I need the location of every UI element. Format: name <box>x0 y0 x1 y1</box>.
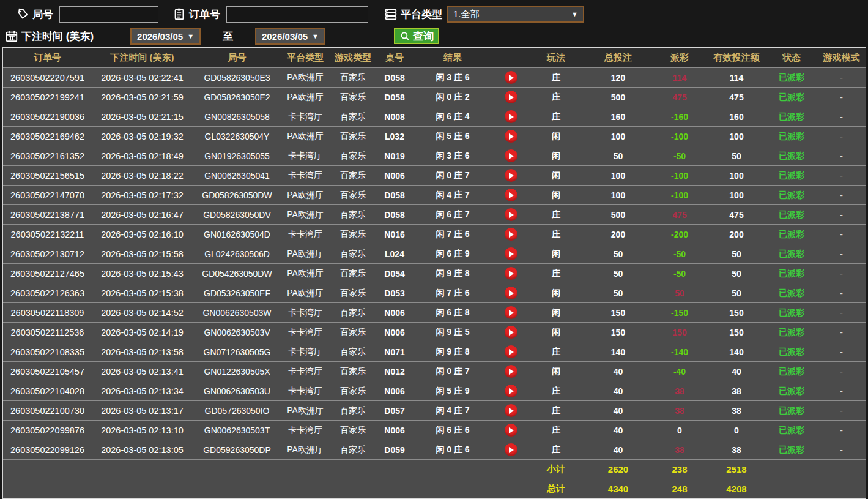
play-icon[interactable] <box>505 91 517 103</box>
table-row: 2603050221900362026-03-05 02:21:15GN0082… <box>3 107 866 127</box>
total-row-valid: 4208 <box>707 479 766 499</box>
table-row: 2603050222075912026-03-05 02:22:41GD0582… <box>3 68 866 88</box>
cell-valid: 160 <box>707 107 766 127</box>
round-number-input[interactable] <box>59 6 158 23</box>
play-icon[interactable] <box>505 404 517 417</box>
play-icon[interactable] <box>505 345 517 358</box>
order-number-input[interactable] <box>226 6 368 23</box>
cell-table: L024 <box>377 244 412 264</box>
cell-status: 已派彩 <box>766 225 817 244</box>
cell-time: 2026-03-05 02:14:52 <box>92 303 193 323</box>
play-icon[interactable] <box>505 326 517 339</box>
bet-records-table: 订单号下注时间 (美东)局号平台类型游戏类型桌号结果玩法总投注派彩有效投注额状态… <box>2 47 866 499</box>
cell-time: 2026-03-05 02:21:15 <box>92 107 193 127</box>
cell-payout: 114 <box>653 68 707 88</box>
cell-game: 百家乐 <box>329 68 377 88</box>
play-icon[interactable] <box>505 169 517 182</box>
cell-round: GN0062630503W <box>193 303 281 323</box>
play-icon[interactable] <box>505 424 517 437</box>
cell-payout: -50 <box>653 264 707 283</box>
platform-type-select[interactable]: 1.全部 ▼ <box>447 6 584 23</box>
cell-bet: 50 <box>584 244 653 264</box>
column-header: 订单号 <box>3 48 92 68</box>
date-to-picker[interactable]: 2026/03/05 ▼ <box>255 28 325 45</box>
subtotal-row-empty-cell <box>493 460 529 479</box>
cell-valid: 200 <box>707 225 766 244</box>
magnifier-icon <box>399 31 410 42</box>
table-row: 2603050221565152026-03-05 02:18:22GN0062… <box>3 166 866 186</box>
column-header: 玩法 <box>529 48 584 68</box>
play-icon[interactable] <box>505 208 517 221</box>
cell-time: 2026-03-05 02:18:49 <box>92 146 193 166</box>
play-icon[interactable] <box>505 287 517 299</box>
play-icon[interactable] <box>505 71 517 84</box>
table-row: 2603050220998762026-03-05 02:13:10GN0062… <box>3 421 866 440</box>
cell-side: 庄 <box>529 264 584 283</box>
cell-platform: 卡卡湾厅 <box>281 362 329 381</box>
cell-play <box>493 88 529 107</box>
cell-round: GN0122630505X <box>193 362 281 381</box>
cell-play <box>493 205 529 225</box>
play-icon[interactable] <box>505 365 517 378</box>
search-button[interactable]: 查询 <box>394 28 439 44</box>
cell-result: 闲 5 庄 6 <box>412 127 493 146</box>
cell-time: 2026-03-05 02:16:10 <box>92 225 193 244</box>
cell-round: GD058263050DV <box>193 205 281 225</box>
play-icon[interactable] <box>505 149 517 162</box>
cell-platform: PA欧洲厅 <box>281 68 329 88</box>
play-icon[interactable] <box>505 267 517 280</box>
cell-game: 百家乐 <box>329 166 377 186</box>
play-icon[interactable] <box>505 228 517 241</box>
cell-play <box>493 381 529 401</box>
filter-bar: 局号 订单号 平台类型 1.全部 ▼ <box>0 0 868 47</box>
cell-side: 闲 <box>529 303 584 323</box>
subtotal-row-empty-cell <box>281 460 329 479</box>
cell-table: D054 <box>377 264 412 283</box>
table-row: 2603050220991262026-03-05 02:13:05GD0592… <box>3 440 866 460</box>
cell-side: 闲 <box>529 166 584 186</box>
play-icon[interactable] <box>505 306 517 319</box>
cell-mode: - <box>817 205 866 225</box>
cell-round: GD053263050EF <box>193 283 281 303</box>
cell-time: 2026-03-05 02:22:41 <box>92 68 193 88</box>
cell-status: 已派彩 <box>766 283 817 303</box>
cell-platform: PA欧洲厅 <box>281 283 329 303</box>
cell-side: 庄 <box>529 68 584 88</box>
cell-side: 闲 <box>529 283 584 303</box>
subtotal-row-empty-cell <box>412 460 493 479</box>
subtotal-row-empty-cell <box>766 460 817 479</box>
cell-valid: 40 <box>707 362 766 381</box>
cell-result: 闲 0 庄 6 <box>412 440 493 460</box>
cell-valid: 114 <box>707 68 766 88</box>
cell-order: 260305022099126 <box>3 440 92 460</box>
cell-payout: -100 <box>653 186 707 205</box>
cell-play <box>493 401 529 421</box>
cell-bet: 150 <box>584 323 653 342</box>
cell-mode: - <box>817 303 866 323</box>
cell-platform: PA欧洲厅 <box>281 264 329 283</box>
cell-time: 2026-03-05 02:18:22 <box>92 166 193 186</box>
cell-game: 百家乐 <box>329 107 377 127</box>
cell-side: 庄 <box>529 205 584 225</box>
cell-bet: 100 <box>584 127 653 146</box>
cell-result: 闲 3 庄 6 <box>412 146 493 166</box>
play-icon[interactable] <box>505 110 517 123</box>
cell-payout: 38 <box>653 401 707 421</box>
cell-game: 百家乐 <box>329 342 377 362</box>
cell-mode: - <box>817 225 866 244</box>
cell-result: 闲 6 庄 4 <box>412 107 493 127</box>
cell-game: 百家乐 <box>329 205 377 225</box>
search-button-label: 查询 <box>413 29 434 43</box>
cell-game: 百家乐 <box>329 225 377 244</box>
cell-play <box>493 225 529 244</box>
play-icon[interactable] <box>505 130 517 143</box>
play-icon[interactable] <box>505 385 517 397</box>
date-from-value: 2026/03/05 <box>137 31 183 42</box>
cell-time: 2026-03-05 02:13:41 <box>92 362 193 381</box>
date-from-picker[interactable]: 2026/03/05 ▼ <box>130 28 201 45</box>
cell-game: 百家乐 <box>329 186 377 205</box>
play-icon[interactable] <box>505 189 517 201</box>
play-icon[interactable] <box>505 247 517 260</box>
cell-play <box>493 186 529 205</box>
play-icon[interactable] <box>505 443 517 456</box>
